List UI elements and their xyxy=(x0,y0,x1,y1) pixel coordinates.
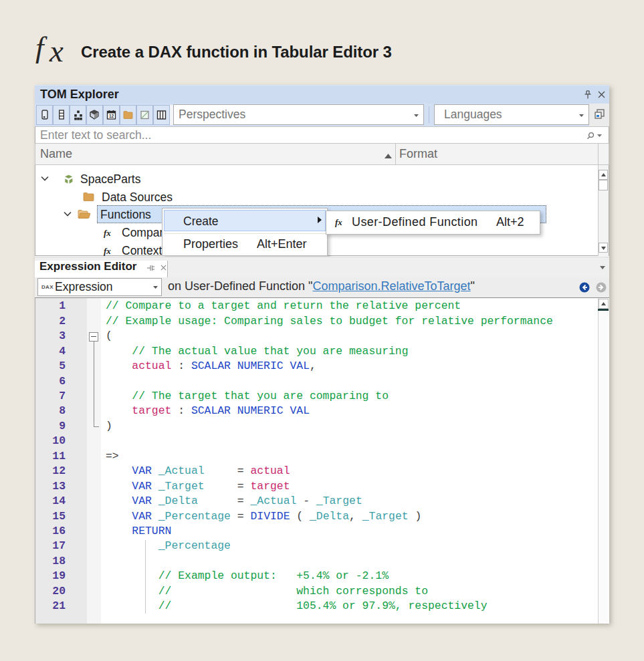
svg-text:12: 12 xyxy=(109,114,114,118)
